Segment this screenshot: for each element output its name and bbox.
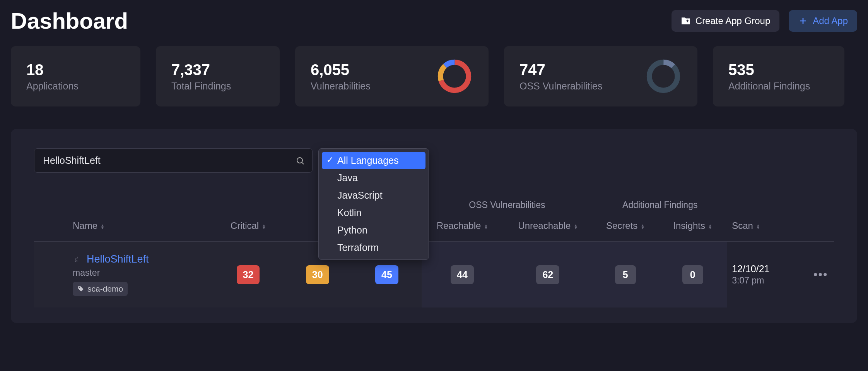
app-link[interactable]: HelloShiftLeft — [87, 253, 149, 265]
stats-row: 18 Applications 7,337 Total Findings 6,0… — [11, 46, 857, 106]
java-icon — [73, 255, 82, 264]
stat-oss-vulnerabilities[interactable]: 747 OSS Vulnerabilities — [504, 46, 697, 106]
sort-icon: ▲▼ — [641, 224, 644, 229]
stat-applications[interactable]: 18 Applications — [11, 46, 140, 106]
stat-value: 747 — [519, 61, 602, 78]
page-title: Dashboard — [11, 8, 128, 34]
dropdown-option-kotlin[interactable]: Kotlin — [322, 204, 425, 222]
table-row[interactable]: HelloShiftLeft master sca-demo 32 30 45 … — [34, 242, 834, 308]
search-icon — [296, 156, 305, 165]
pill-reachable: 44 — [451, 265, 474, 284]
dropdown-option-python[interactable]: Python — [322, 222, 425, 239]
pill-medium: 45 — [375, 265, 398, 284]
sort-icon: ▲▼ — [101, 224, 104, 229]
col-secrets[interactable]: Secrets▲▼ — [593, 213, 658, 242]
col-reachable[interactable]: Reachable▲▼ — [422, 213, 503, 242]
stat-value: 535 — [728, 61, 810, 78]
group-header-oss: OSS Vulnerabilities — [422, 184, 593, 213]
stat-label: Total Findings — [171, 81, 231, 92]
pill-insights: 0 — [682, 265, 703, 284]
donut-chart-icon — [436, 58, 473, 95]
tag-chip[interactable]: sca-demo — [73, 282, 128, 296]
language-dropdown[interactable]: All Languages Java JavaScript Kotlin Pyt… — [318, 148, 429, 260]
search-input[interactable] — [34, 148, 313, 173]
col-critical[interactable]: Critical▲▼ — [214, 213, 283, 242]
dropdown-option-java[interactable]: Java — [322, 169, 425, 187]
stat-additional-findings[interactable]: 535 Additional Findings — [713, 46, 844, 106]
stat-value: 6,055 — [311, 61, 371, 78]
col-scan[interactable]: Scan▲▼ — [727, 213, 809, 242]
sort-icon: ▲▼ — [262, 224, 266, 229]
search-wrap — [34, 148, 313, 173]
svg-point-7 — [297, 158, 302, 163]
stat-value: 7,337 — [171, 61, 231, 78]
sort-icon: ▲▼ — [484, 224, 488, 229]
stat-label: Applications — [26, 81, 79, 92]
more-icon[interactable]: ••• — [813, 268, 828, 281]
col-name[interactable]: Name▲▼ — [34, 213, 214, 242]
add-app-button[interactable]: Add App — [789, 10, 857, 32]
dropdown-option-javascript[interactable]: JavaScript — [322, 187, 425, 204]
pill-high: 30 — [306, 265, 329, 284]
sort-icon: ▲▼ — [708, 224, 712, 229]
dropdown-option-terraform[interactable]: Terraform — [322, 239, 425, 256]
create-app-group-label: Create App Group — [695, 15, 770, 26]
stat-value: 18 — [26, 61, 79, 78]
folder-plus-icon — [681, 16, 691, 26]
svg-rect-1 — [687, 19, 688, 22]
findings-table: OSS Vulnerabilities Additional Findings … — [34, 184, 834, 307]
col-unreachable[interactable]: Unreachable▲▼ — [503, 213, 593, 242]
scan-date: 12/10/21 — [732, 263, 804, 275]
branch-label: master — [73, 268, 209, 278]
stat-vulnerabilities[interactable]: 6,055 Vulnerabilities — [295, 46, 489, 106]
filters-row: All Languages Java JavaScript Kotlin Pyt… — [34, 148, 834, 173]
pill-secrets: 5 — [615, 265, 636, 284]
plus-icon — [798, 16, 808, 26]
create-app-group-button[interactable]: Create App Group — [672, 10, 779, 32]
stat-total-findings[interactable]: 7,337 Total Findings — [156, 46, 280, 106]
tag-icon — [77, 285, 84, 292]
stat-label: OSS Vulnerabilities — [519, 81, 602, 92]
donut-chart-icon — [645, 58, 682, 95]
col-insights[interactable]: Insights▲▼ — [658, 213, 727, 242]
scan-time: 3:07 pm — [732, 275, 804, 286]
pill-unreachable: 62 — [536, 265, 559, 284]
stat-label: Additional Findings — [728, 81, 810, 92]
dropdown-option-all-languages[interactable]: All Languages — [322, 152, 425, 169]
header-actions: Create App Group Add App — [672, 10, 857, 32]
stat-label: Vulnerabilities — [311, 81, 371, 92]
table-section: All Languages Java JavaScript Kotlin Pyt… — [11, 129, 857, 323]
sort-icon: ▲▼ — [756, 224, 760, 229]
pill-critical: 32 — [237, 265, 260, 284]
tag-label: sca-demo — [87, 284, 123, 294]
svg-point-5 — [649, 62, 678, 91]
add-app-label: Add App — [813, 15, 848, 26]
sort-icon: ▲▼ — [574, 224, 578, 229]
group-header-additional: Additional Findings — [593, 184, 727, 213]
